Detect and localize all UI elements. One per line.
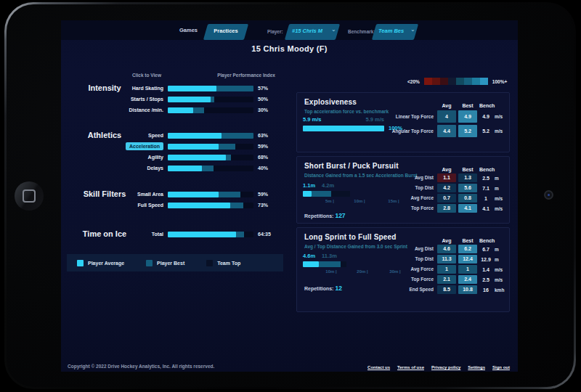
footer-link-settings[interactable]: Settings bbox=[468, 365, 485, 369]
table-avg-cell: 2.1 bbox=[437, 275, 456, 284]
stats-table: AvgBestBenchAvg Dist4.66.26.7mTop Dist11… bbox=[365, 238, 503, 295]
metric-value: 50% bbox=[258, 97, 284, 102]
table-bench-cell: 5.2 bbox=[479, 128, 492, 134]
footer-links: Contact usTerms of usePrivacy policySett… bbox=[367, 365, 510, 369]
table-avg-cell: 4.2 bbox=[437, 184, 456, 192]
table-header: Avg bbox=[437, 103, 456, 108]
legend-swatch bbox=[146, 260, 153, 266]
table-best-cell: 5.2 bbox=[458, 125, 477, 137]
bar-average-segment bbox=[168, 203, 230, 208]
player-label: Player: bbox=[267, 29, 283, 34]
table-best-cell: 5.6 bbox=[458, 184, 477, 192]
metric-label[interactable]: Starts / Stops bbox=[105, 97, 163, 102]
gauge-tick: 5m | bbox=[325, 199, 334, 203]
copyright: Copyright © 2022 Drive Hockey Analytics,… bbox=[68, 364, 214, 369]
bar-average-segment bbox=[168, 133, 222, 139]
table-header: Bench bbox=[479, 167, 492, 172]
table-header-row: AvgBestBench bbox=[365, 167, 503, 172]
section-intensity: IntensityHard Skating57%Starts / Stops50… bbox=[61, 83, 283, 115]
scale-block bbox=[432, 78, 440, 85]
table-unit-cell: m bbox=[495, 257, 503, 262]
table-avg-cell: 4 bbox=[437, 110, 456, 123]
table-best-cell: 1 bbox=[458, 265, 477, 274]
table-header-row: AvgBestBench bbox=[365, 103, 503, 108]
benchmark-dropdown-value[interactable]: Team Bes bbox=[378, 28, 404, 34]
table-row: Avg Dist1.11.32.5m bbox=[365, 173, 503, 182]
footer-link-privacy-policy[interactable]: Privacy policy bbox=[431, 365, 460, 369]
table-row-label: Avg Dist bbox=[365, 246, 435, 251]
repetitions: Repetitions: 12 bbox=[304, 285, 342, 292]
table-avg-cell: 1 bbox=[437, 265, 456, 274]
scale-gradient bbox=[424, 78, 488, 85]
metric-label[interactable]: Distance /min. bbox=[105, 107, 163, 113]
page-title: 15 Chris Moody (F) bbox=[61, 44, 518, 53]
table-unit-cell: kmh bbox=[495, 287, 503, 293]
legend: Player AveragePlayer BestTeam Top bbox=[67, 254, 283, 271]
metric-value: 40% bbox=[258, 166, 284, 171]
gauge-primary-value: 4.6m bbox=[303, 253, 315, 259]
table-row: Angular Top Force4.45.25.2m/s bbox=[365, 125, 503, 137]
metric-row: Full Speed73% bbox=[105, 200, 283, 211]
footer-link-terms-of-use[interactable]: Terms of use bbox=[397, 365, 424, 369]
table-unit-cell: m bbox=[495, 186, 503, 191]
stats-table: AvgBestBenchLinear Top Force44.94.9m/sAn… bbox=[365, 103, 503, 139]
gauge-tick: 10m | bbox=[354, 199, 365, 203]
table-best-cell: 4.1 bbox=[458, 204, 477, 213]
metric-label-selected[interactable]: Acceleration bbox=[126, 142, 163, 150]
metric-value: 73% bbox=[258, 203, 284, 208]
legend-swatch bbox=[77, 260, 84, 266]
table-row-label: Top Force bbox=[365, 277, 435, 282]
scale-min-label: <20% bbox=[407, 79, 420, 84]
metric-label[interactable]: Agility bbox=[105, 155, 163, 160]
bar-average-segment bbox=[168, 155, 226, 160]
gauge-segment-best bbox=[312, 191, 331, 197]
metric-row: Starts / Stops50% bbox=[105, 94, 283, 105]
metric-value: 68% bbox=[258, 155, 284, 160]
gauge-secondary-value: 4.2m bbox=[322, 182, 334, 189]
tab-games[interactable]: Games bbox=[179, 27, 198, 33]
table-header: Bench bbox=[479, 238, 492, 243]
bar-average-segment bbox=[168, 192, 219, 197]
metric-value: 57% bbox=[258, 86, 284, 91]
section-title: Intensity bbox=[68, 83, 141, 92]
table-row-label: Linear Top Force bbox=[365, 114, 435, 119]
table-unit-cell: m/s bbox=[495, 267, 503, 272]
benchmark-chevron-down-icon: ⌄ bbox=[410, 26, 415, 33]
table-row: Top Dist11.312.412.9m bbox=[365, 255, 503, 264]
legend-item: Team Top bbox=[206, 260, 240, 266]
metric-label[interactable]: Delays bbox=[105, 166, 163, 171]
metric-value: 59% bbox=[258, 144, 284, 149]
table-avg-cell: 11.3 bbox=[437, 255, 456, 264]
benchmark-label: Benchmark: bbox=[348, 29, 375, 34]
footer-link-sign-out[interactable]: Sign out bbox=[492, 365, 510, 369]
tab-bar: Games Practices Player: #15 Chris M ⌄ Be… bbox=[61, 20, 518, 40]
click-to-view-header: Click to View bbox=[132, 73, 161, 78]
table-header: Avg bbox=[437, 238, 456, 243]
gauge-segment-track bbox=[331, 191, 350, 197]
home-button[interactable] bbox=[15, 181, 44, 211]
metric-bar bbox=[168, 144, 253, 150]
repetitions: Repetitions: 127 bbox=[304, 212, 346, 219]
footer-link-contact-us[interactable]: Contact us bbox=[367, 365, 390, 369]
table-bench-cell: 1.4 bbox=[479, 267, 492, 272]
table-row-label: Avg Force bbox=[365, 266, 435, 271]
player-dropdown-value[interactable]: #15 Chris M bbox=[292, 28, 322, 34]
home-icon bbox=[23, 189, 36, 203]
legend-label: Player Average bbox=[88, 261, 124, 266]
table-header-row: AvgBestBench bbox=[365, 238, 503, 243]
table-row-label: End Speed bbox=[365, 287, 435, 292]
table-row: Avg Dist4.66.26.7m bbox=[365, 245, 503, 253]
gauge-bar bbox=[303, 261, 346, 267]
camera-dot bbox=[548, 194, 550, 196]
table-unit-cell: m bbox=[495, 247, 503, 252]
metric-label[interactable]: Acceleration bbox=[105, 144, 163, 149]
card-short-burst: Short Burst / Puck Pursuit Distance Gain… bbox=[296, 156, 510, 224]
metric-label[interactable]: Full Speed bbox=[105, 203, 163, 208]
stage: Games Practices Player: #15 Chris M ⌄ Be… bbox=[0, 0, 581, 392]
bar-average-segment bbox=[168, 107, 193, 113]
gauge-secondary-value: 11.3m bbox=[322, 253, 337, 259]
table-bench-cell: 2.5 bbox=[479, 176, 492, 181]
table-best-cell: 1.3 bbox=[458, 173, 477, 182]
section-athletics: AthleticsSpeed63%Acceleration59%Agility6… bbox=[61, 130, 283, 173]
table-bench-cell: 2.5 bbox=[479, 277, 492, 282]
